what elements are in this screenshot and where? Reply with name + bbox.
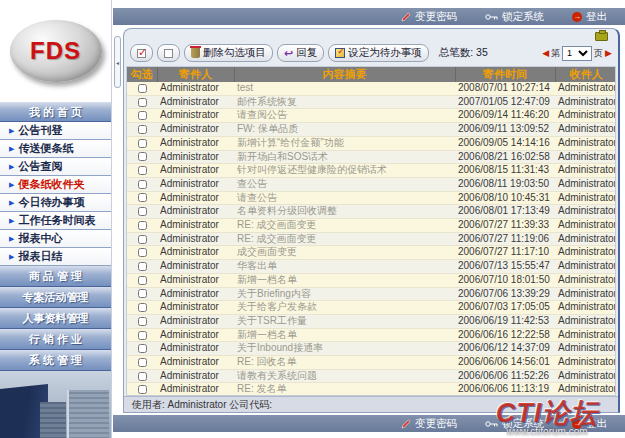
sidebar-item[interactable]: ▶ 公告查阅 <box>0 158 111 176</box>
subject-cell[interactable]: FW: 保单品质 <box>234 123 455 137</box>
sidebar-section-header[interactable]: 系 统 管 理 <box>0 350 111 371</box>
table-row[interactable]: Administrator 成交画面变更 2006/07/27 11:17:10… <box>127 246 616 260</box>
header-recipient[interactable]: 收件人 <box>555 67 616 82</box>
subject-cell[interactable]: RE: 成交画面变更 <box>234 219 455 233</box>
sidebar-item[interactable]: ▶ 公告刊登 <box>0 122 111 140</box>
table-row[interactable]: Administrator 新增一档名单 2006/06/16 12:22:58… <box>127 328 616 342</box>
set-todo-button[interactable]: 设定为待办事项 <box>328 44 429 62</box>
subject-cell[interactable]: 新增计算“给付金额”功能 <box>234 136 455 150</box>
logout-link[interactable]: → 登出 <box>572 10 607 24</box>
sidebar-section-header[interactable]: 人事资料管理 <box>0 308 111 329</box>
header-summary[interactable]: 内容摘要 <box>234 67 455 82</box>
row-checkbox[interactable] <box>138 372 147 381</box>
subject-cell[interactable]: RE: 发名单 <box>234 383 455 396</box>
sidebar-section-header[interactable]: 商 品 管 理 <box>0 266 111 287</box>
row-checkbox[interactable] <box>138 303 147 312</box>
lock-system-link[interactable]: 锁定系统 <box>485 10 544 24</box>
row-checkbox[interactable] <box>138 344 147 353</box>
page-select[interactable]: 1 <box>562 46 592 61</box>
table-row[interactable]: Administrator 关于Briefing内容 2006/07/06 13… <box>127 287 616 301</box>
select-all-button[interactable] <box>130 44 153 62</box>
row-checkbox[interactable] <box>138 180 147 189</box>
header-sender[interactable]: 寄件人 <box>157 67 234 82</box>
subject-cell[interactable]: 成交画面变更 <box>234 246 455 260</box>
table-row[interactable]: Administrator 华客出单 2006/07/13 15:55:47 A… <box>127 260 616 274</box>
subject-cell[interactable]: 请教有关系统问题 <box>234 369 455 383</box>
row-checkbox[interactable] <box>138 139 147 148</box>
subject-cell[interactable]: 关于给客户发条款 <box>234 301 455 315</box>
sidebar-item[interactable]: ▶ 便条纸收件夹 <box>0 176 111 194</box>
table-row[interactable]: Administrator RE: 回收名单 2006/06/06 14:56:… <box>127 356 616 370</box>
subject-cell[interactable]: 针对叫停返还型健康险的促销话术 <box>234 164 455 178</box>
subject-cell[interactable]: RE: 成交画面变更 <box>234 232 455 246</box>
sidebar-section-header[interactable]: 行 销 作 业 <box>0 329 111 350</box>
subject-cell[interactable]: 新增一档名单 <box>234 328 455 342</box>
table-row[interactable]: Administrator 新增计算“给付金额”功能 2006/09/05 14… <box>127 136 616 150</box>
subject-cell[interactable]: 关于Briefing内容 <box>234 287 455 301</box>
table-row[interactable]: Administrator 关于Inbound接通率 2006/06/12 14… <box>127 342 616 356</box>
row-checkbox[interactable] <box>138 125 147 134</box>
lock-system-link-bottom[interactable]: 锁定系统 <box>485 417 544 431</box>
row-checkbox[interactable] <box>138 248 147 257</box>
clear-selection-button[interactable] <box>157 44 180 62</box>
table-row[interactable]: Administrator 关于TSR工作量 2006/06/19 11:42:… <box>127 314 616 328</box>
row-checkbox[interactable] <box>138 221 147 230</box>
table-row[interactable]: Administrator 名单资料分级回收调整 2006/08/01 17:1… <box>127 205 616 219</box>
subject-cell[interactable]: 邮件系统恢复 <box>234 95 455 109</box>
logout-link-bottom[interactable]: → 登出 <box>572 417 607 431</box>
prev-page-icon[interactable]: ◀ <box>542 48 549 58</box>
sidebar-item[interactable]: ▶ 报表日结 <box>0 248 111 266</box>
table-row[interactable]: Administrator RE: 成交画面变更 2006/07/27 11:3… <box>127 219 616 233</box>
change-password-link[interactable]: 变更密码 <box>401 10 457 24</box>
row-checkbox[interactable] <box>138 152 147 161</box>
table-row[interactable]: Administrator 请查公告 2006/08/10 10:45:31 A… <box>127 191 616 205</box>
table-row[interactable]: Administrator test 2008/07/01 10:27:14 A… <box>127 82 616 95</box>
subject-cell[interactable]: 新增一档名单 <box>234 273 455 287</box>
delete-checked-button[interactable]: 删除勾选项目 <box>184 44 273 62</box>
row-checkbox[interactable] <box>138 262 147 271</box>
row-checkbox[interactable] <box>138 331 147 340</box>
row-checkbox[interactable] <box>138 207 147 216</box>
table-row[interactable]: Administrator 邮件系统恢复 2007/01/05 12:47:09… <box>127 95 616 109</box>
sidebar-item[interactable]: ▶ 传送便条纸 <box>0 140 111 158</box>
subject-cell[interactable]: test <box>234 82 455 95</box>
table-row[interactable]: Administrator FW: 保单品质 2006/09/11 13:09:… <box>127 123 616 137</box>
reply-button[interactable]: ↩ 回复 <box>277 44 324 62</box>
row-checkbox[interactable] <box>138 385 147 394</box>
sidebar-item[interactable]: ▶ 工作任务时间表 <box>0 212 111 230</box>
subject-cell[interactable]: 关于Inbound接通率 <box>234 342 455 356</box>
subject-cell[interactable]: 关于TSR工作量 <box>234 314 455 328</box>
table-row[interactable]: Administrator 针对叫停返还型健康险的促销话术 2006/08/15… <box>127 164 616 178</box>
row-checkbox[interactable] <box>138 111 147 120</box>
subject-cell[interactable]: 名单资料分级回收调整 <box>234 205 455 219</box>
row-checkbox[interactable] <box>138 276 147 285</box>
table-row[interactable]: Administrator 新开场白和SOS话术 2006/08/21 16:0… <box>127 150 616 164</box>
sidebar-section-header[interactable]: 专案活动管理 <box>0 287 111 308</box>
row-checkbox[interactable] <box>138 166 147 175</box>
row-checkbox[interactable] <box>138 193 147 202</box>
folder-icon[interactable] <box>595 32 608 41</box>
subject-cell[interactable]: 华客出单 <box>234 260 455 274</box>
row-checkbox[interactable] <box>138 289 147 298</box>
sidebar-item[interactable]: ▶ 今日待办事项 <box>0 194 111 212</box>
table-row[interactable]: Administrator 请查阅公告 2006/09/14 11:46:20 … <box>127 109 616 123</box>
sidebar-home-header[interactable]: 我 的 首 页 <box>0 102 111 122</box>
subject-cell[interactable]: 请查阅公告 <box>234 109 455 123</box>
row-checkbox[interactable] <box>138 358 147 367</box>
subject-cell[interactable]: 请查公告 <box>234 191 455 205</box>
row-checkbox[interactable] <box>138 317 147 326</box>
table-row[interactable]: Administrator RE: 成交画面变更 2006/07/27 11:1… <box>127 232 616 246</box>
table-row[interactable]: Administrator 关于给客户发条款 2006/07/03 17:05:… <box>127 301 616 315</box>
table-row[interactable]: Administrator RE: 发名单 2006/06/06 11:13:1… <box>127 383 616 396</box>
change-password-link-bottom[interactable]: 变更密码 <box>401 417 457 431</box>
subject-cell[interactable]: RE: 回收名单 <box>234 356 455 370</box>
table-row[interactable]: Administrator 查公告 2006/08/11 19:03:50 Ad… <box>127 177 616 191</box>
table-row[interactable]: Administrator 请教有关系统问题 2006/06/06 11:52:… <box>127 369 616 383</box>
row-checkbox[interactable] <box>138 98 147 107</box>
row-checkbox[interactable] <box>138 235 147 244</box>
next-page-icon[interactable]: ▶ <box>605 48 612 58</box>
sidebar-collapse-handle[interactable]: ◂ <box>114 36 121 88</box>
sidebar-item[interactable]: ▶ 报表中心 <box>0 230 111 248</box>
table-row[interactable]: Administrator 新增一档名单 2006/07/10 18:01:50… <box>127 273 616 287</box>
subject-cell[interactable]: 查公告 <box>234 177 455 191</box>
